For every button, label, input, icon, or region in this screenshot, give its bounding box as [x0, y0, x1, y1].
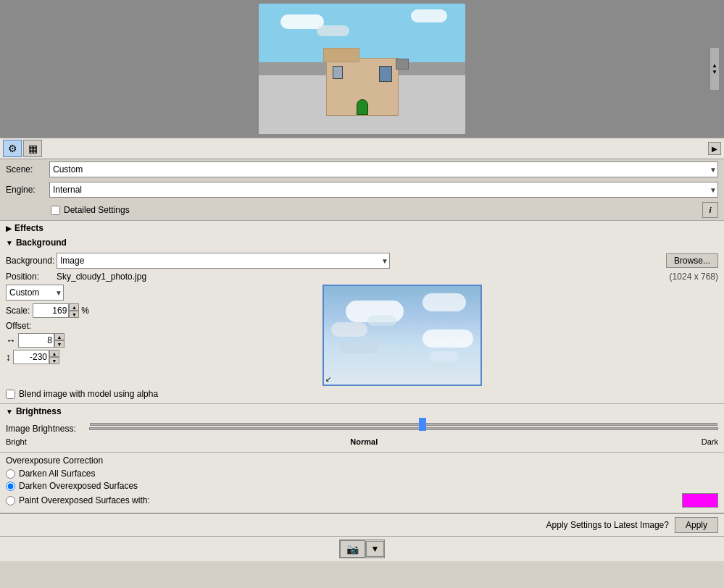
detailed-settings-label: Detailed Settings: [64, 205, 130, 215]
effects-arrow-icon: ▶: [6, 224, 12, 232]
paint-overexposed-row: Paint Overexposed Surfaces with:: [6, 493, 718, 508]
dimensions-label: (1024 x 768): [670, 272, 718, 282]
scale-label: Scale:: [6, 306, 30, 316]
brightness-slider-track: [89, 427, 718, 430]
filename-label: Sky_cloudy1_photo.jpg: [57, 272, 146, 282]
scale-row: Scale: 169 ▲ ▼ %: [6, 303, 86, 318]
dropdown-arrow-icon: ▼: [371, 544, 380, 554]
effects-label: Effects: [14, 223, 43, 233]
scene-label: Scene:: [6, 164, 49, 175]
background-type-select-wrapper: Image Color Sky None ▼: [57, 253, 390, 269]
brightness-label: Brightness: [16, 406, 62, 416]
position-label: Position:: [6, 272, 57, 282]
paint-overexposed-label: Paint Overexposed Surfaces with:: [19, 495, 150, 505]
paint-overexposed-radio[interactable]: [6, 496, 15, 505]
sky-preview-image: ↙: [323, 285, 482, 386]
cloud-2: [423, 293, 466, 311]
effects-section-header[interactable]: ▶ Effects: [0, 221, 724, 235]
position-select-wrapper: Custom Center Stretch Tile ▼: [6, 285, 64, 301]
blend-checkbox[interactable]: [6, 390, 15, 399]
offset-x-up-btn[interactable]: ▲: [54, 333, 65, 340]
overexposed-color-swatch[interactable]: [682, 493, 718, 508]
offset-x-spinner: ▲ ▼: [18, 333, 65, 348]
offset-x-row: ↔ ▲ ▼: [6, 333, 86, 348]
overexposure-section: Overexposure Correction Darken All Surfa…: [0, 453, 724, 513]
cloud-4: [423, 329, 473, 348]
background-arrow-icon: ▼: [6, 239, 13, 247]
offset-y-input[interactable]: [13, 350, 49, 364]
background-section-header[interactable]: ▼ Background: [0, 235, 724, 250]
brightness-section-content: Image Brightness: Bright Normal Dark: [0, 419, 724, 452]
apply-settings-label: Apply Settings to Latest Image?: [546, 520, 669, 530]
settings-tab-btn[interactable]: ⚙: [3, 140, 22, 157]
background-type-row: Background: Image Color Sky None ▼ Brows…: [6, 253, 718, 269]
bottom-bar: Apply Settings to Latest Image? Apply: [0, 513, 724, 536]
overexposure-title: Overexposure Correction: [6, 455, 718, 466]
dark-label: Dark: [702, 437, 718, 446]
camera-dropdown-btn[interactable]: ▼: [366, 541, 385, 557]
darken-all-row: Darken All Surfaces: [6, 469, 718, 479]
brightness-section-header[interactable]: ▼ Brightness: [0, 404, 724, 419]
position-select[interactable]: Custom Center Stretch Tile: [6, 285, 64, 301]
scroll-indicator[interactable]: ▲▼: [710, 47, 720, 91]
engine-row: Engine: Internal External Cycles ▼: [0, 180, 724, 200]
apply-button[interactable]: Apply: [675, 517, 718, 533]
brightness-row: Image Brightness:: [6, 421, 718, 436]
brightness-arrow-icon: ▼: [6, 408, 13, 416]
engine-select[interactable]: Internal External Cycles: [49, 182, 718, 198]
scale-spinner-btns: ▲ ▼: [69, 303, 79, 318]
offset-x-down-btn[interactable]: ▼: [54, 340, 65, 348]
background-label: Background: [16, 238, 67, 248]
offset-row: Offset:: [6, 321, 86, 331]
preview-image: [259, 4, 465, 134]
detailed-settings-row: Detailed Settings i: [0, 200, 724, 220]
offset-y-down-btn[interactable]: ▼: [49, 357, 59, 364]
expand-icon: ▶: [712, 145, 717, 153]
darken-overexposed-label: Darken Overexposed Surfaces: [19, 481, 138, 491]
brightness-slider[interactable]: [90, 423, 717, 426]
sky-preview-container: ↙: [86, 285, 718, 386]
main-toolbar: ⚙ ▦ ▶: [0, 138, 724, 159]
position-filename-row: Position: Sky_cloudy1_photo.jpg (1024 x …: [6, 272, 718, 282]
detailed-settings-checkbox[interactable]: [51, 206, 60, 215]
background-section-content: Background: Image Color Sky None ▼ Brows…: [0, 250, 724, 403]
camera-toolbar: 📷 ▼: [0, 536, 724, 561]
offset-y-btns: ▲ ▼: [49, 350, 59, 364]
background-type-label: Background:: [6, 256, 57, 266]
blend-label: Blend image with model using alpha: [19, 389, 158, 399]
offset-x-btns: ▲ ▼: [54, 333, 65, 348]
offset-y-up-btn[interactable]: ▲: [49, 350, 59, 357]
info-button[interactable]: i: [702, 202, 718, 218]
offset-y-row: ↕ ▲ ▼: [6, 350, 86, 364]
brightness-slider-container: [89, 421, 718, 436]
scene-row: Scene: Custom Default Outdoor Indoor ▼: [0, 159, 724, 180]
offset-x-input[interactable]: [18, 333, 54, 348]
grid-tab-btn[interactable]: ▦: [23, 140, 42, 157]
background-type-select[interactable]: Image Color Sky None: [57, 253, 390, 269]
engine-select-wrapper: Internal External Cycles ▼: [49, 182, 718, 198]
engine-label: Engine:: [6, 185, 49, 195]
darken-all-radio[interactable]: [6, 469, 15, 479]
darken-all-label: Darken All Surfaces: [19, 469, 95, 479]
expand-btn[interactable]: ▶: [708, 142, 721, 155]
grid-icon: ▦: [28, 143, 38, 154]
scale-up-btn[interactable]: ▲: [69, 303, 79, 311]
bright-label: Bright: [6, 437, 27, 446]
image-brightness-label: Image Brightness:: [6, 424, 89, 434]
darken-overexposed-row: Darken Overexposed Surfaces: [6, 481, 718, 491]
darken-overexposed-radio[interactable]: [6, 482, 15, 491]
scale-down-btn[interactable]: ▼: [69, 311, 79, 318]
preview-area: ▲▼: [0, 0, 724, 138]
resize-handle[interactable]: ↙: [325, 375, 331, 383]
offset-y-icon: ↕: [6, 351, 11, 363]
gear-icon: ⚙: [8, 143, 17, 154]
normal-label: Normal: [350, 437, 378, 446]
scale-input[interactable]: 169: [33, 303, 69, 318]
scene-select[interactable]: Custom Default Outdoor Indoor: [49, 161, 718, 177]
camera-capture-btn[interactable]: 📷: [340, 540, 365, 558]
offset-x-icon: ↔: [6, 335, 16, 346]
position-controls: Custom Center Stretch Tile ▼ Scale: 169 …: [6, 285, 86, 386]
browse-button[interactable]: Browse...: [666, 253, 718, 268]
cloud-3: [331, 322, 367, 337]
scene-select-wrapper: Custom Default Outdoor Indoor ▼: [49, 161, 718, 177]
